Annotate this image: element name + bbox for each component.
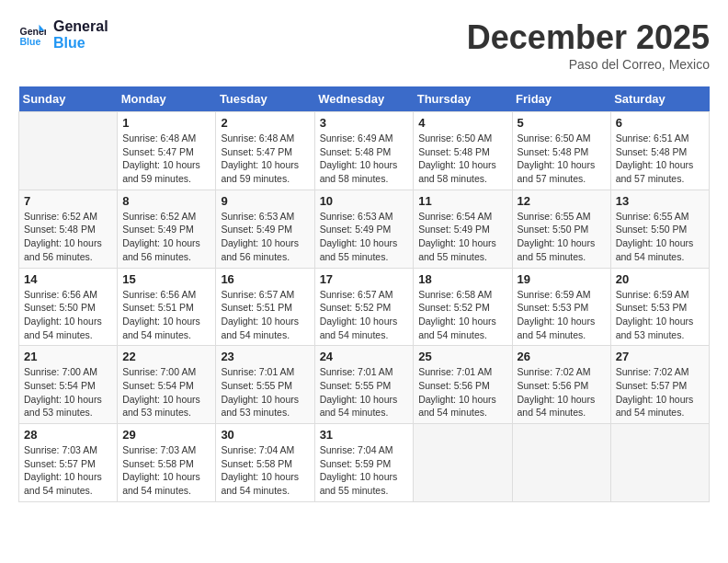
day-number: 17 — [320, 272, 409, 286]
day-number: 31 — [320, 428, 409, 442]
calendar-cell: 23Sunrise: 7:01 AM Sunset: 5:55 PM Dayli… — [216, 346, 314, 424]
calendar-cell — [19, 112, 118, 190]
day-number: 5 — [518, 116, 606, 130]
day-number: 29 — [122, 428, 210, 442]
day-info: Sunrise: 6:57 AM Sunset: 5:51 PM Dayligh… — [221, 288, 309, 342]
calendar-cell: 14Sunrise: 6:56 AM Sunset: 5:50 PM Dayli… — [19, 268, 118, 346]
day-number: 6 — [616, 116, 704, 130]
day-number: 12 — [518, 194, 606, 208]
day-number: 13 — [616, 194, 704, 208]
calendar-cell: 3Sunrise: 6:49 AM Sunset: 5:48 PM Daylig… — [314, 112, 414, 190]
day-header-thursday: Thursday — [414, 86, 512, 112]
day-number: 3 — [320, 116, 409, 130]
day-info: Sunrise: 7:04 AM Sunset: 5:58 PM Dayligh… — [221, 443, 309, 498]
calendar-cell — [512, 424, 610, 502]
calendar-cell: 1Sunrise: 6:48 AM Sunset: 5:47 PM Daylig… — [118, 112, 216, 190]
day-info: Sunrise: 6:55 AM Sunset: 5:50 PM Dayligh… — [616, 210, 704, 264]
day-info: Sunrise: 6:56 AM Sunset: 5:50 PM Dayligh… — [24, 288, 112, 342]
day-info: Sunrise: 6:59 AM Sunset: 5:53 PM Dayligh… — [616, 288, 704, 342]
day-info: Sunrise: 6:53 AM Sunset: 5:49 PM Dayligh… — [221, 210, 309, 264]
calendar-cell — [414, 424, 512, 502]
week-row-3: 14Sunrise: 6:56 AM Sunset: 5:50 PM Dayli… — [19, 268, 710, 346]
day-number: 1 — [122, 116, 210, 130]
day-info: Sunrise: 7:03 AM Sunset: 5:57 PM Dayligh… — [24, 443, 112, 498]
calendar-cell: 30Sunrise: 7:04 AM Sunset: 5:58 PM Dayli… — [216, 424, 314, 502]
calendar-cell: 9Sunrise: 6:53 AM Sunset: 5:49 PM Daylig… — [216, 190, 314, 268]
calendar-cell: 16Sunrise: 6:57 AM Sunset: 5:51 PM Dayli… — [216, 268, 314, 346]
day-number: 18 — [418, 272, 506, 286]
day-header-sunday: Sunday — [19, 86, 118, 112]
page-header: General Blue General Blue December 2025 … — [18, 18, 710, 72]
day-header-friday: Friday — [512, 86, 610, 112]
logo-blue: Blue — [53, 35, 108, 52]
day-number: 4 — [418, 116, 506, 130]
calendar-table: SundayMondayTuesdayWednesdayThursdayFrid… — [18, 86, 710, 502]
day-number: 2 — [221, 116, 309, 130]
calendar-cell: 31Sunrise: 7:04 AM Sunset: 5:59 PM Dayli… — [314, 424, 414, 502]
day-number: 20 — [616, 272, 704, 286]
day-number: 26 — [518, 350, 606, 363]
day-header-tuesday: Tuesday — [216, 86, 314, 112]
day-header-monday: Monday — [118, 86, 216, 112]
day-header-saturday: Saturday — [610, 86, 709, 112]
calendar-cell: 28Sunrise: 7:03 AM Sunset: 5:57 PM Dayli… — [19, 424, 118, 502]
month-title: December 2025 — [467, 18, 710, 57]
calendar-cell: 4Sunrise: 6:50 AM Sunset: 5:48 PM Daylig… — [414, 112, 512, 190]
day-number: 24 — [320, 350, 409, 363]
calendar-cell: 18Sunrise: 6:58 AM Sunset: 5:52 PM Dayli… — [414, 268, 512, 346]
day-info: Sunrise: 6:51 AM Sunset: 5:48 PM Dayligh… — [616, 132, 704, 186]
day-number: 30 — [221, 428, 309, 442]
calendar-cell: 6Sunrise: 6:51 AM Sunset: 5:48 PM Daylig… — [610, 112, 709, 190]
day-number: 9 — [221, 194, 309, 208]
day-number: 11 — [418, 194, 506, 208]
day-info: Sunrise: 6:54 AM Sunset: 5:49 PM Dayligh… — [418, 210, 506, 264]
location: Paso del Correo, Mexico — [467, 57, 710, 72]
calendar-cell — [610, 424, 709, 502]
calendar-cell: 22Sunrise: 7:00 AM Sunset: 5:54 PM Dayli… — [118, 346, 216, 424]
calendar-cell: 19Sunrise: 6:59 AM Sunset: 5:53 PM Dayli… — [512, 268, 610, 346]
day-info: Sunrise: 6:55 AM Sunset: 5:50 PM Dayligh… — [518, 210, 606, 264]
logo: General Blue General Blue — [18, 18, 108, 52]
day-info: Sunrise: 6:52 AM Sunset: 5:49 PM Dayligh… — [122, 210, 210, 264]
day-number: 19 — [518, 272, 606, 286]
day-info: Sunrise: 7:02 AM Sunset: 5:56 PM Dayligh… — [518, 365, 606, 419]
calendar-cell: 15Sunrise: 6:56 AM Sunset: 5:51 PM Dayli… — [118, 268, 216, 346]
week-row-4: 21Sunrise: 7:00 AM Sunset: 5:54 PM Dayli… — [19, 346, 710, 424]
day-number: 8 — [122, 194, 210, 208]
day-info: Sunrise: 6:52 AM Sunset: 5:48 PM Dayligh… — [24, 210, 112, 264]
day-info: Sunrise: 6:59 AM Sunset: 5:53 PM Dayligh… — [518, 288, 606, 342]
day-info: Sunrise: 7:01 AM Sunset: 5:55 PM Dayligh… — [221, 365, 309, 419]
day-info: Sunrise: 7:00 AM Sunset: 5:54 PM Dayligh… — [24, 365, 112, 419]
day-number: 25 — [418, 350, 506, 363]
day-info: Sunrise: 6:48 AM Sunset: 5:47 PM Dayligh… — [221, 132, 309, 186]
svg-text:Blue: Blue — [20, 36, 41, 47]
day-info: Sunrise: 6:57 AM Sunset: 5:52 PM Dayligh… — [320, 288, 409, 342]
day-info: Sunrise: 6:56 AM Sunset: 5:51 PM Dayligh… — [122, 288, 210, 342]
calendar-cell: 29Sunrise: 7:03 AM Sunset: 5:58 PM Dayli… — [118, 424, 216, 502]
week-row-5: 28Sunrise: 7:03 AM Sunset: 5:57 PM Dayli… — [19, 424, 710, 502]
logo-icon: General Blue — [18, 21, 46, 49]
day-info: Sunrise: 6:50 AM Sunset: 5:48 PM Dayligh… — [518, 132, 606, 186]
calendar-cell: 2Sunrise: 6:48 AM Sunset: 5:47 PM Daylig… — [216, 112, 314, 190]
day-number: 16 — [221, 272, 309, 286]
week-row-2: 7Sunrise: 6:52 AM Sunset: 5:48 PM Daylig… — [19, 190, 710, 268]
day-info: Sunrise: 7:04 AM Sunset: 5:59 PM Dayligh… — [320, 443, 409, 498]
calendar-cell: 8Sunrise: 6:52 AM Sunset: 5:49 PM Daylig… — [118, 190, 216, 268]
calendar-cell: 12Sunrise: 6:55 AM Sunset: 5:50 PM Dayli… — [512, 190, 610, 268]
day-info: Sunrise: 7:03 AM Sunset: 5:58 PM Dayligh… — [122, 443, 210, 498]
day-info: Sunrise: 6:50 AM Sunset: 5:48 PM Dayligh… — [418, 132, 506, 186]
logo-general: General — [53, 18, 108, 35]
day-header-wednesday: Wednesday — [314, 86, 414, 112]
calendar-cell: 25Sunrise: 7:01 AM Sunset: 5:56 PM Dayli… — [414, 346, 512, 424]
day-number: 21 — [24, 350, 112, 363]
day-info: Sunrise: 7:00 AM Sunset: 5:54 PM Dayligh… — [122, 365, 210, 419]
calendar-cell: 11Sunrise: 6:54 AM Sunset: 5:49 PM Dayli… — [414, 190, 512, 268]
day-number: 14 — [24, 272, 112, 286]
calendar-cell: 21Sunrise: 7:00 AM Sunset: 5:54 PM Dayli… — [19, 346, 118, 424]
day-number: 28 — [24, 428, 112, 442]
calendar-cell: 20Sunrise: 6:59 AM Sunset: 5:53 PM Dayli… — [610, 268, 709, 346]
day-number: 22 — [122, 350, 210, 363]
day-number: 15 — [122, 272, 210, 286]
day-info: Sunrise: 6:58 AM Sunset: 5:52 PM Dayligh… — [418, 288, 506, 342]
day-number: 27 — [616, 350, 704, 363]
